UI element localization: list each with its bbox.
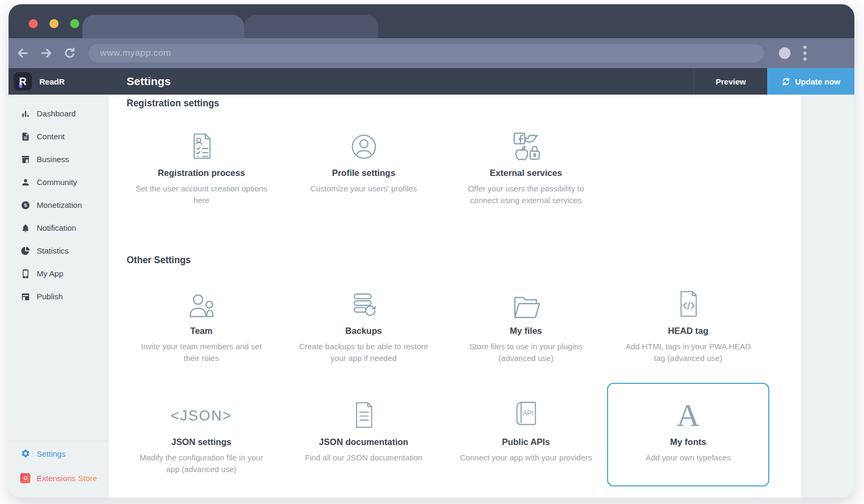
person-icon bbox=[20, 177, 30, 187]
sidebar-item-label: Notification bbox=[37, 223, 76, 232]
forward-arrow-icon bbox=[40, 47, 53, 60]
card-title: HEAD tag bbox=[668, 326, 708, 336]
serif-a-icon: A bbox=[677, 397, 700, 432]
storefront-icon bbox=[20, 154, 30, 164]
sidebar-item-label: Community bbox=[37, 178, 77, 187]
update-now-label: Update now bbox=[795, 77, 841, 86]
bell-icon bbox=[20, 223, 30, 233]
gear-icon bbox=[20, 449, 30, 459]
sidebar-item-label: Statistics bbox=[37, 246, 69, 255]
settings-card-profile-settings[interactable]: Profile settingsCustomize your users' pr… bbox=[283, 114, 445, 217]
settings-card-public-apis[interactable]: APIPublic APIsConnect your app with your… bbox=[445, 383, 607, 486]
api-book-icon: API bbox=[512, 397, 540, 432]
json-text-glyph: <JSON> bbox=[171, 408, 232, 432]
section-heading: Registration settings bbox=[127, 98, 801, 110]
card-description: Set the user account creation options he… bbox=[134, 183, 269, 206]
settings-cards-row: Registration processSet the user account… bbox=[109, 114, 801, 217]
sidebar-item-label: Monetization bbox=[37, 200, 82, 209]
svg-text:API: API bbox=[522, 409, 533, 417]
folder-icon bbox=[510, 285, 543, 321]
browser-toolbar: www.myapp.com bbox=[9, 38, 854, 68]
card-title: My fonts bbox=[670, 437, 707, 447]
app-body: DashboardContentBusinessCommunity$Moneti… bbox=[9, 95, 854, 498]
card-title: Registration process bbox=[157, 168, 245, 178]
browser-profile-avatar[interactable] bbox=[779, 47, 791, 59]
sidebar-item-settings[interactable]: Settings bbox=[9, 441, 108, 466]
card-description: Invite your team members and set their r… bbox=[134, 341, 269, 364]
close-window-button[interactable] bbox=[29, 19, 38, 28]
team-icon bbox=[185, 285, 218, 321]
sidebar-item-label: Content bbox=[37, 132, 65, 141]
card-description: Add your own typefaces bbox=[645, 452, 730, 464]
sidebar-item-extensions-store[interactable]: Extensions Store bbox=[9, 466, 108, 490]
brand-area: R ReadR bbox=[9, 72, 109, 90]
card-title: My files bbox=[510, 326, 542, 336]
sidebar-item-label: Business bbox=[37, 155, 69, 164]
minimize-window-button[interactable] bbox=[49, 19, 59, 28]
dollar-circle-icon: $ bbox=[20, 200, 30, 210]
bar-chart-icon bbox=[20, 108, 30, 119]
reload-icon bbox=[63, 47, 76, 60]
settings-card-team[interactable]: TeamInvite your team members and set the… bbox=[120, 272, 283, 375]
sidebar-item-statistics[interactable]: Statistics bbox=[9, 239, 108, 262]
section-heading: Other Settings bbox=[127, 255, 801, 266]
settings-card-backups[interactable]: BackupsCreate backups to be able to rest… bbox=[283, 272, 445, 375]
code-document-icon bbox=[675, 285, 702, 321]
sidebar-item-label: My App bbox=[37, 269, 63, 278]
card-title: JSON settings bbox=[171, 437, 231, 447]
back-button[interactable] bbox=[14, 44, 32, 62]
browser-tab-bar bbox=[9, 4, 854, 38]
reload-button[interactable] bbox=[61, 44, 79, 62]
brand-name: ReadR bbox=[39, 77, 65, 86]
card-description: Offer your users the possibility to conn… bbox=[458, 183, 594, 206]
card-description: Modify the configuration file in your ap… bbox=[134, 452, 269, 475]
settings-card-head-tag[interactable]: HEAD tagAdd HTML tags in your PWA HEAD t… bbox=[607, 272, 769, 375]
browser-tab-inactive[interactable] bbox=[244, 15, 378, 38]
card-title: External services bbox=[490, 168, 562, 178]
sidebar-item-notification[interactable]: Notification bbox=[9, 216, 108, 239]
json-text-icon: <JSON> bbox=[171, 397, 232, 432]
document-lines-icon bbox=[350, 397, 378, 432]
settings-card-json-documentation[interactable]: JSON documentationFind all our JSON docu… bbox=[283, 383, 445, 486]
registration-form-icon bbox=[187, 128, 217, 163]
sidebar-footer: SettingsExtensions Store bbox=[9, 441, 108, 490]
app-header: R ReadR Settings Preview Update now bbox=[9, 68, 854, 95]
card-description: Customize your users' profiles bbox=[310, 183, 417, 195]
card-description: Connect your app with your providers bbox=[460, 452, 592, 464]
sidebar-item-community[interactable]: Community bbox=[9, 171, 108, 194]
refresh-icon bbox=[782, 77, 791, 86]
settings-card-external-services[interactable]: External servicesOffer your users the po… bbox=[445, 114, 607, 217]
card-description: Store files to use in your plugins (adva… bbox=[458, 341, 594, 364]
card-description: Create backups to be able to restore you… bbox=[296, 341, 431, 364]
preview-button[interactable]: Preview bbox=[694, 68, 767, 95]
address-bar[interactable]: www.myapp.com bbox=[88, 44, 764, 62]
sidebar-item-dashboard[interactable]: Dashboard bbox=[9, 102, 108, 125]
sidebar-item-label: Publish bbox=[37, 292, 63, 301]
pie-chart-icon bbox=[20, 246, 30, 256]
card-title: Backups bbox=[345, 326, 382, 336]
settings-cards-row: TeamInvite your team members and set the… bbox=[109, 272, 801, 375]
sidebar-item-my-app[interactable]: My App bbox=[9, 262, 108, 285]
extensions-icon bbox=[20, 473, 30, 483]
sidebar-nav: DashboardContentBusinessCommunity$Moneti… bbox=[9, 95, 108, 308]
browser-window: www.myapp.com R ReadR Settings Preview U… bbox=[9, 4, 854, 498]
sidebar-item-publish[interactable]: Publish bbox=[9, 285, 108, 308]
update-now-button[interactable]: Update now bbox=[767, 68, 854, 95]
settings-card-my-fonts[interactable]: AMy fontsAdd your own typefaces bbox=[607, 383, 769, 486]
backups-icon bbox=[348, 285, 379, 321]
forward-button[interactable] bbox=[37, 44, 55, 62]
settings-card-my-files[interactable]: My filesStore files to use in your plugi… bbox=[445, 272, 607, 375]
url-text: www.myapp.com bbox=[100, 48, 171, 58]
browser-tab-active[interactable] bbox=[82, 15, 244, 38]
card-description: Add HTML tags in your PWA HEAD tag (adva… bbox=[620, 341, 756, 364]
sidebar-item-business[interactable]: Business bbox=[9, 148, 108, 171]
card-title: Profile settings bbox=[332, 168, 395, 178]
card-title: JSON documentation bbox=[319, 437, 409, 447]
zoom-window-button[interactable] bbox=[70, 19, 79, 28]
back-arrow-icon bbox=[16, 47, 29, 60]
sidebar-item-monetization[interactable]: $Monetization bbox=[9, 194, 108, 216]
browser-menu-button[interactable] bbox=[800, 43, 810, 64]
settings-card-registration-process[interactable]: Registration processSet the user account… bbox=[120, 114, 283, 217]
settings-card-json-settings[interactable]: <JSON>JSON settingsModify the configurat… bbox=[120, 383, 283, 486]
sidebar-item-content[interactable]: Content bbox=[9, 125, 108, 148]
